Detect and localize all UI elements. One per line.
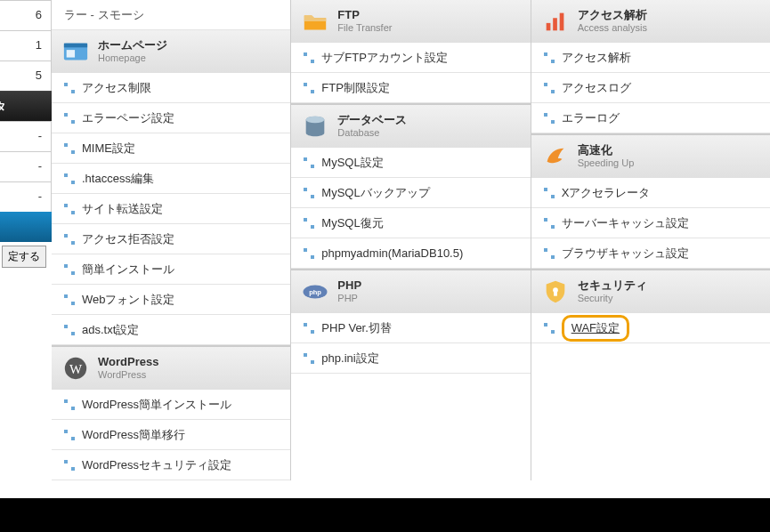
list-item[interactable]: サブFTPアカウント設定 bbox=[291, 43, 530, 73]
section-php: php PHPPHP PHP Ver.切替 php.ini設定 bbox=[291, 270, 530, 374]
section-subtitle: File Transfer bbox=[337, 22, 392, 34]
section-header: FTPFile Transfer bbox=[291, 0, 530, 43]
stat-cell: - bbox=[0, 151, 52, 181]
svg-rect-1 bbox=[64, 44, 87, 48]
section-speed: 高速化Speeding Up Xアクセラレータ サーバーキャッシュ設定 ブラウザ… bbox=[531, 135, 770, 270]
homepage-icon bbox=[61, 38, 91, 65]
list-item[interactable]: ラー - スモーシ bbox=[52, 0, 290, 30]
list-item[interactable]: エラーページ設定 bbox=[52, 103, 290, 133]
list-item[interactable]: アクセス拒否設定 bbox=[52, 224, 290, 254]
list-item[interactable]: MySQL設定 bbox=[291, 148, 530, 178]
section-subtitle: Database bbox=[337, 127, 407, 139]
list-item[interactable]: アクセス制限 bbox=[52, 73, 290, 103]
list-item[interactable]: .htaccess編集 bbox=[52, 164, 290, 194]
section-title: セキュリティ bbox=[578, 279, 647, 293]
list-item[interactable]: Webフォント設定 bbox=[52, 285, 290, 315]
section-ftp: FTPFile Transfer サブFTPアカウント設定 FTP制限設定 bbox=[291, 0, 530, 105]
section-wordpress: W WordPressWordPress WordPress簡単インストール W… bbox=[52, 347, 290, 480]
stat-cell: 6 bbox=[0, 0, 52, 30]
highlight-waf: WAF設定 bbox=[562, 315, 629, 342]
section-title: ホームページ bbox=[98, 39, 167, 52]
folder-icon bbox=[300, 8, 330, 35]
database-icon bbox=[300, 113, 330, 140]
list-item[interactable]: 簡単インストール bbox=[52, 254, 290, 285]
sidebar-blue-row bbox=[0, 212, 52, 242]
stat-cell: 1 bbox=[0, 30, 52, 60]
section-header: ホームページHomepage bbox=[52, 30, 290, 73]
list-item[interactable]: ads.txt設定 bbox=[52, 315, 290, 345]
list-item[interactable]: MySQLバックアップ bbox=[291, 178, 530, 208]
section-header: セキュリティSecurity bbox=[531, 270, 770, 313]
section-access-analysis: アクセス解析Access analysis アクセス解析 アクセスログ エラーロ… bbox=[531, 0, 770, 135]
stat-cell: - bbox=[0, 181, 52, 212]
section-homepage: ホームページHomepage アクセス制限 エラーページ設定 MIME設定 .h… bbox=[52, 30, 290, 347]
svg-text:W: W bbox=[69, 362, 83, 376]
section-subtitle: Speeding Up bbox=[578, 157, 635, 169]
section-title: データベース bbox=[337, 114, 407, 127]
wordpress-icon: W bbox=[61, 355, 91, 382]
stat-cell: 5 bbox=[0, 60, 52, 91]
section-header: W WordPressWordPress bbox=[52, 347, 290, 390]
list-item[interactable]: アクセス解析 bbox=[531, 43, 770, 73]
svg-rect-10 bbox=[553, 18, 557, 30]
list-item[interactable]: サーバーキャッシュ設定 bbox=[531, 208, 770, 238]
shield-icon bbox=[540, 278, 571, 305]
svg-rect-13 bbox=[554, 291, 557, 296]
section-database: データベースDatabase MySQL設定 MySQLバックアップ MySQL… bbox=[291, 105, 530, 270]
list-item[interactable]: サイト転送設定 bbox=[52, 194, 290, 224]
list-item[interactable]: WordPress簡単移行 bbox=[52, 420, 290, 450]
section-title: 高速化 bbox=[578, 144, 635, 157]
list-item[interactable]: php.ini設定 bbox=[291, 343, 530, 374]
list-item[interactable]: MySQL復元 bbox=[291, 208, 530, 238]
section-title: FTP bbox=[337, 9, 392, 22]
list-item[interactable]: アクセスログ bbox=[531, 73, 770, 103]
svg-rect-9 bbox=[546, 23, 550, 30]
list-item[interactable]: ブラウザキャッシュ設定 bbox=[531, 238, 770, 269]
section-title: WordPress bbox=[98, 356, 158, 369]
list-item[interactable]: phpmyadmin(MariaDB10.5) bbox=[291, 238, 530, 269]
list-item-waf[interactable]: WAF設定 bbox=[531, 313, 770, 343]
section-subtitle: WordPress bbox=[98, 369, 158, 381]
section-subtitle: Homepage bbox=[98, 52, 167, 64]
list-item[interactable]: エラーログ bbox=[531, 103, 770, 133]
section-subtitle: PHP bbox=[337, 293, 361, 304]
set-button[interactable]: 定する bbox=[2, 246, 46, 268]
sidebar-dark-header: タ bbox=[0, 91, 52, 121]
footer-copyright: wpX Account © 2003-2021 Xserver Inc. bbox=[0, 498, 770, 532]
section-header: データベースDatabase bbox=[291, 105, 530, 148]
section-header: アクセス解析Access analysis bbox=[531, 0, 770, 43]
left-sidebar-fragment: 6 1 5 タ - - - 定する bbox=[0, 0, 52, 480]
list-item[interactable]: Xアクセラレータ bbox=[531, 178, 770, 208]
list-item[interactable]: MIME設定 bbox=[52, 133, 290, 164]
section-title: PHP bbox=[337, 279, 361, 293]
section-header: 高速化Speeding Up bbox=[531, 135, 770, 178]
list-item[interactable]: PHP Ver.切替 bbox=[291, 313, 530, 343]
section-header: php PHPPHP bbox=[291, 270, 530, 313]
svg-point-6 bbox=[306, 117, 325, 124]
svg-rect-11 bbox=[559, 13, 563, 31]
list-item[interactable]: FTP制限設定 bbox=[291, 73, 530, 103]
php-icon: php bbox=[300, 278, 330, 305]
list-item[interactable]: WordPress簡単インストール bbox=[52, 390, 290, 420]
list-item[interactable]: WordPressセキュリティ設定 bbox=[52, 450, 290, 480]
stat-cell: - bbox=[0, 121, 52, 151]
speed-icon bbox=[540, 143, 571, 170]
svg-rect-2 bbox=[67, 50, 75, 57]
section-title: アクセス解析 bbox=[578, 9, 647, 22]
section-security: セキュリティSecurity WAF設定 bbox=[531, 270, 770, 343]
section-subtitle: Security bbox=[578, 293, 647, 304]
svg-text:php: php bbox=[309, 288, 321, 296]
section-subtitle: Access analysis bbox=[578, 22, 647, 34]
chart-icon bbox=[540, 8, 571, 35]
